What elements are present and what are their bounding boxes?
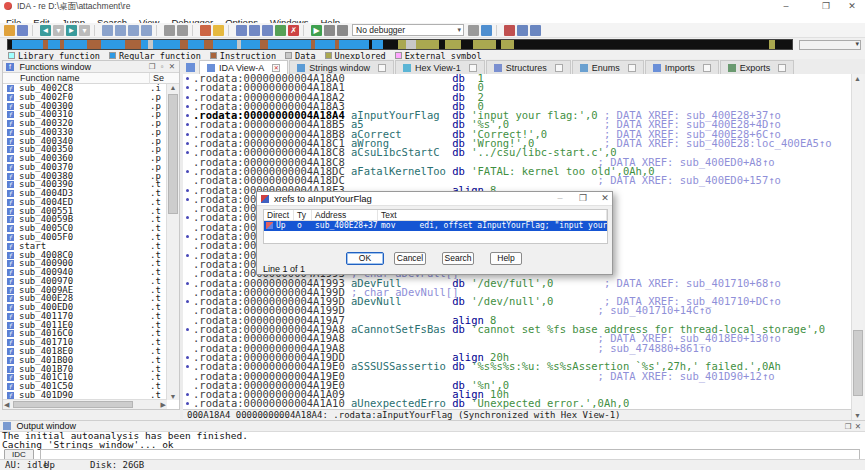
tab-close-icon[interactable]: ✕ (272, 64, 280, 72)
scroll-thumb[interactable] (13, 401, 133, 408)
open-file-icon[interactable] (4, 25, 15, 36)
tab-exports[interactable]: Exports (720, 60, 795, 74)
functions-vscrollbar[interactable]: ▲ ▼ (166, 84, 179, 400)
xrefs-column-direct[interactable]: Direct (264, 210, 294, 220)
dialog-close-button[interactable]: ✕ (597, 192, 613, 204)
tab-close-icon[interactable] (628, 64, 636, 72)
dock-restore-icon[interactable]: ❐ (843, 422, 853, 432)
scroll-thumb[interactable] (853, 330, 863, 396)
breakpoint-icon[interactable] (504, 25, 515, 36)
flag-down-icon[interactable] (530, 25, 541, 36)
scroll-down-icon[interactable]: ▼ (167, 393, 179, 400)
scroll-left-icon[interactable]: ◀ (4, 401, 9, 409)
tab-close-icon[interactable] (703, 64, 711, 72)
band-segment (48, 40, 60, 49)
tab-structures[interactable]: Structures (486, 60, 571, 74)
chart-flow-icon[interactable] (236, 25, 247, 36)
scroll-up-icon[interactable]: ▲ (852, 75, 863, 82)
navband-combo[interactable]: ▾ (799, 40, 861, 50)
disasm-token: ; DATA XREF: sub_401D90+12↑o (598, 370, 775, 382)
help-button[interactable]: Help (490, 252, 522, 265)
attach-icon[interactable] (468, 25, 479, 36)
tab-label: Hex View-1 (415, 63, 461, 73)
copy-struct-icon[interactable] (128, 25, 139, 36)
ok-button[interactable]: OK (346, 252, 384, 265)
functions-header[interactable]: Function name Se (3, 73, 179, 84)
toolbar: ◄▾►▾✗▶No debugger▾ (0, 23, 865, 38)
tab-imports[interactable]: Imports (645, 60, 719, 74)
xref-address: sub_400E28+37 (312, 221, 378, 231)
band-segment (398, 40, 406, 49)
dock-close-icon[interactable]: ✕ (853, 422, 863, 432)
debug-run-icon[interactable]: ▶ (311, 25, 322, 36)
flag-up-icon[interactable] (517, 25, 528, 36)
search-icon[interactable] (213, 25, 224, 36)
copy-enum-icon[interactable] (141, 25, 152, 36)
undefine-icon[interactable] (164, 25, 175, 36)
xref-icon (261, 195, 269, 203)
debug-stop-icon[interactable] (337, 25, 348, 36)
xref-row-selected[interactable]: Up o sub_400E28+37 mov edi, offset aInpu… (264, 221, 607, 231)
band-segment (204, 40, 213, 49)
nav-back-icon[interactable]: ◄ (40, 25, 51, 36)
debug-pause-icon[interactable] (324, 25, 335, 36)
scroll-up-icon[interactable]: ▲ (167, 84, 179, 91)
function-icon: f (7, 85, 14, 92)
nav-forward-caret-icon[interactable]: ▾ (79, 25, 90, 36)
dialog-maximize-button[interactable]: ❐ (575, 192, 591, 204)
disasm-vscrollbar[interactable]: ▲ ▼ (851, 74, 863, 420)
title-bar[interactable]: IDA - re D:\桌面\attachment\re – ❐ ✕ (0, 0, 865, 12)
cancel-button[interactable]: Cancel (394, 252, 426, 265)
navigation-band[interactable] (7, 39, 793, 50)
nav-back-caret-icon[interactable]: ▾ (53, 25, 64, 36)
save-icon[interactable] (17, 25, 28, 36)
tab-enums[interactable]: Enums (572, 60, 644, 74)
functions-list: fsub_4002C8.ifsub_4002F0.pfsub_400300.pf… (3, 84, 167, 400)
tab-ida-view-a[interactable]: IDA View-A✕ (199, 60, 288, 74)
chart-xref-icon[interactable] (275, 25, 286, 36)
close-view-icon[interactable]: ✗ (288, 25, 299, 36)
dock-close-icon[interactable]: ✕ (167, 62, 177, 72)
copy-code-icon[interactable] (115, 25, 126, 36)
copy-data-icon[interactable] (102, 25, 113, 36)
column-function-name[interactable]: Function name (20, 73, 80, 84)
step-icon[interactable] (481, 25, 492, 36)
band-segment (775, 40, 792, 49)
disasm-token: ; DATA XREF: sub_400ED0+157↑o (598, 174, 781, 186)
tab-close-icon[interactable] (378, 64, 386, 72)
functions-window-titlebar[interactable]: f Functions window ❐ ▫ ✕ (3, 61, 179, 73)
colors-icon[interactable] (200, 25, 211, 36)
minimize-button[interactable]: – (778, 0, 794, 12)
function-icon: f (7, 111, 14, 118)
column-segment[interactable]: Se (149, 73, 164, 84)
xrefs-table[interactable]: DirectTyAddressText Up o sub_400E28+37 m… (263, 209, 608, 244)
band-segment (473, 40, 497, 49)
nav-forward-icon[interactable]: ► (66, 25, 77, 36)
xrefs-column-text[interactable]: Text (378, 210, 607, 220)
search-button[interactable]: Search (442, 252, 474, 265)
maximize-button[interactable]: ❐ (818, 0, 834, 12)
tab-close-icon[interactable] (469, 64, 477, 72)
dialog-titlebar[interactable]: xrefs to aInputYourFlag – ❐ ✕ (257, 192, 612, 206)
xrefs-dialog[interactable]: xrefs to aInputYourFlag – ❐ ✕ DirectTyAd… (256, 191, 613, 275)
tab-hex-view-1[interactable]: Hex View-1 (395, 60, 485, 74)
tab-close-icon[interactable] (555, 64, 563, 72)
debugger-combo[interactable]: No debugger▾ (352, 24, 464, 36)
disasm-line[interactable]: .rodata:00000000004A1A10 aUnexpectedErro… (183, 399, 851, 408)
xrefs-column-ty[interactable]: Ty (294, 210, 312, 220)
scroll-down-icon[interactable]: ▼ (852, 412, 863, 419)
ida-app-icon (4, 2, 12, 10)
scroll-thumb[interactable] (168, 94, 178, 214)
xrefs-table-header[interactable]: DirectTyAddressText (264, 210, 607, 221)
scroll-right-icon[interactable]: ▶ (161, 401, 166, 409)
dock-restore-icon[interactable]: ❐ (147, 62, 157, 72)
tab-close-icon[interactable] (778, 64, 786, 72)
close-button[interactable]: ✕ (844, 0, 860, 12)
tab-strings-window[interactable]: Strings window (289, 60, 394, 74)
rename-icon[interactable] (177, 25, 188, 36)
xrefs-column-address[interactable]: Address (312, 210, 378, 220)
chart-call-icon[interactable] (262, 25, 273, 36)
dock-pin-icon[interactable]: ▫ (157, 62, 167, 72)
functions-hscrollbar[interactable]: ◀ ▶ (3, 399, 167, 409)
chart-graph-icon[interactable] (249, 25, 260, 36)
